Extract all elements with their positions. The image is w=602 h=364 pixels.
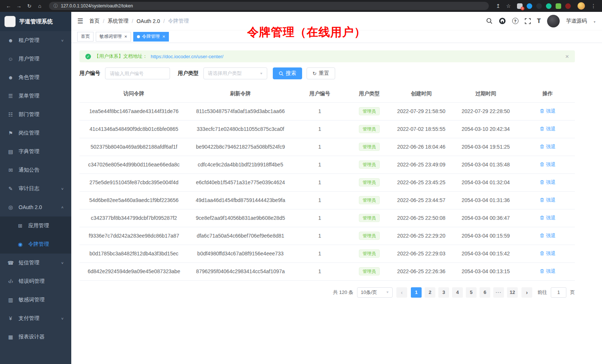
github-icon[interactable] — [499, 17, 506, 24]
browser-profile-avatar[interactable] — [578, 2, 585, 10]
breadcrumb-item[interactable]: 首页 — [89, 18, 99, 24]
sidebar-item-label: 用户管理 — [19, 56, 39, 62]
cell-expire-time: 2054-03-04 01:32:04 — [451, 173, 520, 191]
extension-icon[interactable] — [546, 3, 552, 9]
force-logout-button[interactable]: 强退 — [540, 268, 556, 275]
sidebar-item-oauth2-token[interactable]: ◉令牌管理 — [0, 235, 71, 254]
sidebar-item-role[interactable]: ☻角色管理 — [0, 68, 71, 87]
bookmark-star-icon[interactable]: ☆ — [504, 1, 513, 10]
force-logout-button[interactable]: 强退 — [540, 232, 556, 239]
user-name[interactable]: 芋道源码 — [566, 18, 587, 24]
search-button[interactable]: 搜索 — [273, 67, 302, 79]
sidebar-item-audit-log[interactable]: ✎审计日志∨ — [0, 179, 71, 198]
extensions-puzzle-icon[interactable] — [556, 3, 561, 9]
sidebar-item-oauth2[interactable]: ◎OAuth 2.0∧ — [0, 198, 71, 216]
force-logout-label: 强退 — [546, 126, 556, 132]
forward-button[interactable]: → — [14, 1, 24, 10]
sidebar-item-error-code[interactable]: ‹/›错误码管理 — [0, 272, 71, 291]
tab-item[interactable]: 令牌管理× — [133, 32, 169, 42]
trash-icon — [540, 233, 544, 238]
sidebar-item-dept[interactable]: ☷部门管理 — [0, 105, 71, 124]
sidebar-item-report-designer[interactable]: ▦报表设计器 — [0, 328, 71, 346]
more-pages-button[interactable]: ··· — [493, 287, 504, 298]
page-size-select[interactable]: 10条/页 ▼ — [357, 287, 393, 298]
user-id-input[interactable] — [105, 67, 170, 79]
sidebar-item-sensitive-word[interactable]: ▥敏感词管理 — [0, 291, 71, 309]
sidebar-item-notice[interactable]: ✉通知公告 — [0, 161, 71, 179]
page-number-button[interactable]: 6 — [480, 287, 490, 298]
font-size-icon[interactable]: T — [537, 17, 541, 25]
chevron-down-icon: ∨ — [61, 261, 64, 265]
sidebar-item-user[interactable]: ☺用户管理 — [0, 50, 71, 68]
extension-icon[interactable] — [536, 3, 542, 9]
force-logout-label: 强退 — [546, 143, 556, 150]
table-row: b0d1785bc3a8482f812db4a3f3bd15ecb0df4980… — [79, 245, 575, 262]
cell-access-token: c347026e805e4d99b0d116eae66eda8c — [79, 156, 189, 173]
back-button[interactable]: ← — [4, 1, 13, 10]
page-number-button[interactable]: 12 — [507, 287, 518, 298]
tab-item[interactable]: 首页 — [77, 32, 94, 42]
force-logout-button[interactable]: 强退 — [540, 197, 556, 203]
user-type-badge: 管理员 — [359, 196, 380, 204]
page-number-button[interactable]: 4 — [452, 287, 463, 298]
doc-link[interactable]: https://doc.iocoder.cn/user-center/ — [151, 54, 223, 59]
sidebar-item-label: 应用管理 — [28, 222, 49, 229]
browser-menu-icon[interactable]: ⋮ — [589, 1, 598, 10]
column-header: 访问令牌 — [79, 85, 189, 102]
cell-actions: 强退 — [520, 191, 575, 209]
sidebar-item-dict[interactable]: ▤字典管理 — [0, 142, 71, 161]
page-number-button[interactable]: 1 — [411, 287, 422, 298]
page-number-button[interactable]: 3 — [438, 287, 449, 298]
site-info-icon[interactable]: ⓘ — [53, 3, 58, 9]
prev-page-button[interactable]: ‹ — [396, 287, 407, 298]
sidebar-item-label: 部门管理 — [19, 111, 39, 118]
share-icon[interactable]: ↥ — [493, 1, 503, 10]
next-page-button[interactable]: › — [521, 287, 532, 298]
token-table: 访问令牌刷新令牌用户编号用户类型创建时间过期时间操作 1ea5e44f8bc14… — [79, 85, 575, 281]
sidebar-toggle-icon[interactable]: ☰ — [77, 17, 83, 25]
trash-icon — [540, 215, 544, 220]
user-avatar[interactable] — [547, 15, 560, 27]
sidebar-item-menu[interactable]: ☰菜单管理 — [0, 87, 71, 105]
chevron-down-icon: ▼ — [259, 72, 263, 75]
force-logout-button[interactable]: 强退 — [540, 108, 556, 115]
extension-badge: 0 — [521, 7, 524, 10]
sidebar-item-sms[interactable]: ☎短信管理∨ — [0, 254, 71, 272]
cell-actions: 强退 — [520, 245, 575, 262]
extension-icon[interactable]: 0 — [517, 3, 523, 9]
fullscreen-icon[interactable] — [525, 18, 531, 24]
page-number-button[interactable]: 5 — [466, 287, 477, 298]
sidebar-item-pay[interactable]: ¥支付管理∨ — [0, 309, 71, 328]
force-logout-button[interactable]: 强退 — [540, 179, 556, 186]
breadcrumb-separator: / — [132, 18, 133, 24]
tab-close-icon[interactable]: × — [163, 34, 166, 39]
force-logout-button[interactable]: 强退 — [540, 161, 556, 168]
user-type-select[interactable]: 请选择用户类型 ▼ — [203, 67, 267, 79]
tab-close-icon[interactable]: × — [124, 34, 127, 39]
address-bar[interactable]: ⓘ 127.0.0.1:1024/system/oauth2/token — [49, 2, 489, 10]
alert-close-icon[interactable]: × — [565, 53, 569, 60]
cell-user-type: 管理员 — [347, 209, 392, 227]
cell-refresh-token: 333ecfc71e02480cb11055c875c3ca0f — [189, 120, 292, 138]
sidebar-item-post[interactable]: ⚑岗位管理 — [0, 124, 71, 142]
reload-button[interactable]: ↻ — [24, 1, 34, 10]
extension-icon[interactable] — [527, 3, 532, 9]
search-icon[interactable] — [486, 18, 493, 24]
breadcrumb-item[interactable]: 系统管理 — [108, 18, 128, 24]
sidebar-item-tenant[interactable]: ☻租户管理∨ — [0, 31, 71, 50]
breadcrumb-item[interactable]: OAuth 2.0 — [137, 18, 160, 24]
page-number-button[interactable]: 2 — [425, 287, 435, 298]
tab-item[interactable]: 敏感词管理× — [96, 32, 131, 42]
force-logout-button[interactable]: 强退 — [540, 215, 556, 221]
cell-refresh-token: cdfc4ce9c2da4bb1bdf21b9918ff4be5 — [189, 156, 292, 173]
goto-page-input[interactable] — [551, 287, 566, 298]
force-logout-button[interactable]: 强退 — [540, 126, 556, 132]
force-logout-button[interactable]: 强退 — [540, 250, 556, 257]
sidebar-item-oauth2-app[interactable]: ⊞应用管理 — [0, 216, 71, 235]
home-button[interactable]: ⌂ — [35, 1, 45, 10]
extension-icon[interactable] — [565, 3, 571, 9]
reset-button[interactable]: ↻ 重置 — [307, 67, 335, 79]
table-row: 6d842e2924594de9a09e45e087323abe8796295f… — [79, 262, 575, 280]
help-icon[interactable]: ? — [512, 18, 518, 24]
force-logout-button[interactable]: 强退 — [540, 143, 556, 150]
